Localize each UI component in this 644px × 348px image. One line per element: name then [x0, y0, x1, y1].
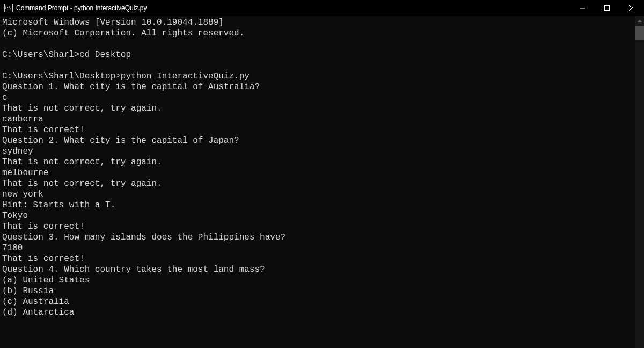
scrollbar-thumb[interactable] [635, 26, 644, 40]
content-wrapper: Microsoft Windows [Version 10.0.19044.18… [0, 16, 644, 348]
scrollbar-up-button[interactable] [635, 16, 644, 26]
svg-rect-1 [605, 6, 610, 11]
cmd-icon: C:\. [4, 4, 13, 12]
titlebar-right [570, 0, 644, 16]
titlebar-left: C:\. Command Prompt - python Interactive… [0, 4, 147, 12]
terminal-output[interactable]: Microsoft Windows [Version 10.0.19044.18… [0, 16, 635, 348]
close-button[interactable] [619, 0, 644, 16]
vertical-scrollbar[interactable] [635, 16, 644, 348]
maximize-button[interactable] [595, 0, 619, 16]
minimize-button[interactable] [570, 0, 595, 16]
window-titlebar: C:\. Command Prompt - python Interactive… [0, 0, 644, 16]
window-title: Command Prompt - python InteractiveQuiz.… [16, 4, 147, 12]
